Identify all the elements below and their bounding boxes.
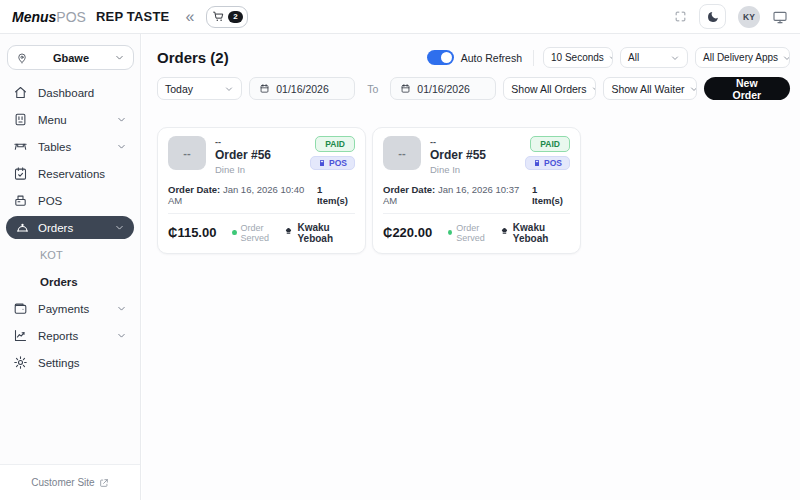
- orders-filter-value: Show All Orders: [511, 83, 586, 95]
- page-title: Orders (2): [157, 49, 229, 66]
- status-label: Order Served: [456, 223, 500, 243]
- date-preset-select[interactable]: Today: [157, 77, 242, 100]
- order-total: ₵220.00: [383, 225, 432, 240]
- order-info: -- Order #56 Dine In: [215, 136, 271, 177]
- topbar-actions: KY: [674, 4, 788, 29]
- auto-refresh-toggle[interactable]: [427, 50, 454, 65]
- chef-hat-icon: [284, 227, 293, 238]
- all-filter-select[interactable]: All: [620, 47, 688, 68]
- order-thumbnail: --: [383, 136, 421, 170]
- location-selector[interactable]: Gbawe: [7, 45, 134, 70]
- table-icon: [13, 139, 28, 154]
- sidebar-subitem-orders[interactable]: Orders: [0, 268, 140, 295]
- pos-badge-label: POS: [544, 159, 562, 168]
- external-link-icon: [99, 478, 109, 488]
- paid-badge: PAID: [315, 136, 355, 152]
- sidebar-item-reports[interactable]: Reports: [0, 322, 140, 349]
- collapse-sidebar-icon[interactable]: «: [185, 9, 194, 25]
- dark-mode-button[interactable]: [699, 4, 726, 29]
- chef-hat-icon: [500, 227, 509, 238]
- app-logo: Menus POS: [12, 9, 86, 25]
- customer-site-link[interactable]: Customer Site: [0, 464, 140, 500]
- cart-button[interactable]: 2: [206, 6, 248, 28]
- chevron-down-icon: [114, 222, 125, 233]
- order-info: -- Order #55 Dine In: [430, 136, 486, 177]
- order-date: Order Date: Jan 16, 2026 10:37 AM: [383, 184, 532, 206]
- chevron-down-icon: [670, 53, 680, 63]
- calendar-icon: [400, 83, 411, 94]
- filter-row: Today 01/16/2026 To 01/16/2026 Show All …: [142, 68, 800, 100]
- order-meta: Order Date: Jan 16, 2026 10:37 AM 1 Item…: [383, 184, 570, 206]
- sidebar-item-orders[interactable]: Orders: [6, 216, 134, 239]
- fullscreen-icon[interactable]: [674, 10, 687, 23]
- order-number: Order #56: [215, 148, 271, 164]
- sidebar-item-tables[interactable]: Tables: [0, 133, 140, 160]
- order-status: Order Served: [232, 223, 284, 243]
- delivery-apps-value: All Delivery Apps: [703, 52, 778, 63]
- topbar: Menus POS REP TASTE « 2 KY: [0, 0, 800, 34]
- orders-filter-select[interactable]: Show All Orders: [503, 77, 596, 100]
- auto-refresh-label: Auto Refresh: [461, 52, 522, 64]
- brand-bold: Menus: [12, 9, 56, 25]
- avatar[interactable]: KY: [738, 6, 760, 28]
- new-order-button[interactable]: New Order: [704, 77, 791, 100]
- order-type: Dine In: [215, 163, 271, 176]
- order-status: Order Served: [448, 223, 500, 243]
- sidebar-item-label: Settings: [38, 357, 80, 369]
- order-number: Order #55: [430, 148, 486, 164]
- order-table: --: [430, 137, 486, 148]
- cart-count-badge: 2: [228, 11, 243, 23]
- sidebar-item-pos[interactable]: POS: [0, 187, 140, 214]
- waiter-filter-select[interactable]: Show All Waiter: [603, 77, 696, 100]
- order-meta: Order Date: Jan 16, 2026 10:40 AM 1 Item…: [168, 184, 355, 206]
- delivery-apps-select[interactable]: All Delivery Apps: [695, 47, 790, 68]
- chevron-down-icon: [608, 53, 613, 63]
- chevron-down-icon: [116, 330, 127, 341]
- pos-terminal-icon: [318, 159, 326, 167]
- chart-icon: [13, 328, 28, 343]
- page-header: Orders (2) Auto Refresh 10 Seconds All A…: [142, 34, 800, 68]
- display-icon[interactable]: [772, 9, 788, 25]
- calendar-check-icon: [13, 166, 28, 181]
- order-card[interactable]: -- -- Order #55 Dine In PAID POS: [372, 127, 581, 254]
- card-divider: [383, 213, 570, 214]
- chevron-down-icon: [591, 84, 597, 94]
- customer-site-label: Customer Site: [31, 477, 94, 488]
- order-table: --: [215, 137, 271, 148]
- date-to-input[interactable]: 01/16/2026: [390, 77, 496, 100]
- toggle-knob: [441, 52, 452, 63]
- order-date-label: Order Date:: [168, 184, 220, 195]
- date-from-input[interactable]: 01/16/2026: [249, 77, 355, 100]
- brand-light: POS: [56, 9, 86, 25]
- calendar-icon: [259, 83, 270, 94]
- refresh-interval-select[interactable]: 10 Seconds: [543, 47, 613, 68]
- restaurant-name: REP TASTE: [96, 9, 170, 24]
- order-thumbnail: --: [168, 136, 206, 170]
- header-controls: Auto Refresh 10 Seconds All All Delivery…: [427, 47, 790, 68]
- order-waiter: Kwaku Yeboah: [500, 222, 570, 244]
- sidebar-item-menu[interactable]: Menu: [0, 106, 140, 133]
- order-type: Dine In: [430, 163, 486, 176]
- sidebar-item-payments[interactable]: Payments: [0, 295, 140, 322]
- order-date: Order Date: Jan 16, 2026 10:40 AM: [168, 184, 317, 206]
- order-badges: PAID POS: [525, 136, 570, 177]
- waiter-filter-value: Show All Waiter: [611, 83, 684, 95]
- gear-icon: [13, 355, 28, 370]
- location-pin-icon: [16, 52, 28, 64]
- card-divider: [168, 213, 355, 214]
- sidebar-item-settings[interactable]: Settings: [0, 349, 140, 376]
- status-label: Order Served: [241, 223, 285, 243]
- pos-terminal-icon: [533, 159, 541, 167]
- sidebar-item-label: Tables: [38, 141, 71, 153]
- order-badges: PAID POS: [310, 136, 355, 177]
- sidebar-subitem-kot[interactable]: KOT: [0, 241, 140, 268]
- sidebar-item-label: Reports: [38, 330, 78, 342]
- pos-badge: POS: [310, 156, 355, 171]
- chevron-down-icon: [116, 303, 127, 314]
- home-icon: [13, 85, 28, 100]
- chevron-down-icon: [116, 141, 127, 152]
- sidebar-item-dashboard[interactable]: Dashboard: [0, 79, 140, 106]
- sidebar-item-label: Orders: [38, 222, 73, 234]
- sidebar-item-reservations[interactable]: Reservations: [0, 160, 140, 187]
- order-card[interactable]: -- -- Order #56 Dine In PAID POS: [157, 127, 366, 254]
